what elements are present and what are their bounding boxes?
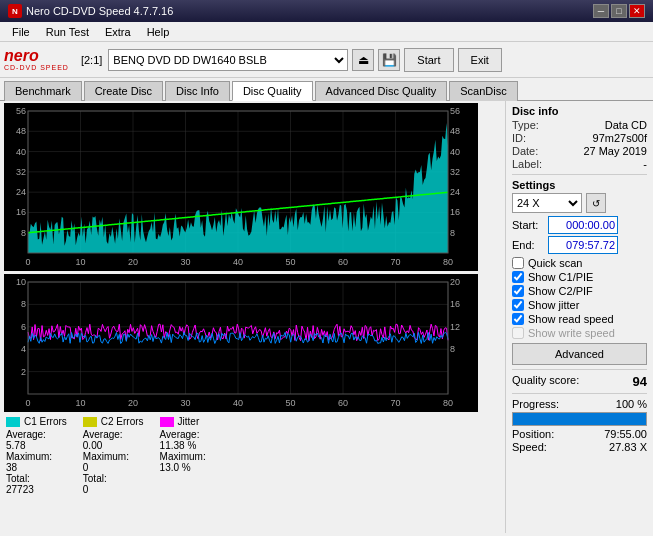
show-write-speed-row: Show write speed [512, 327, 647, 339]
menu-extra[interactable]: Extra [97, 24, 139, 40]
start-input[interactable] [548, 216, 618, 234]
tab-scan-disc[interactable]: ScanDisc [449, 81, 517, 101]
quality-score-value: 94 [633, 374, 647, 389]
divider-1 [512, 174, 647, 175]
disc-date-label: Date: [512, 145, 538, 157]
title-bar: N Nero CD-DVD Speed 4.7.7.16 ─ □ ✕ [0, 0, 653, 22]
menu-file[interactable]: File [4, 24, 38, 40]
legend: C1 Errors Average: 5.78 Maximum: 38 Tota… [4, 412, 503, 495]
speed-row: 24 X Max 4 X 8 X 16 X 32 X 40 X 48 X ↺ [512, 193, 647, 213]
speed-select[interactable]: 24 X Max 4 X 8 X 16 X 32 X 40 X 48 X [512, 193, 582, 213]
disc-id-value: 97m27s00f [593, 132, 647, 144]
close-button[interactable]: ✕ [629, 4, 645, 18]
show-c2-label: Show C2/PIF [528, 285, 593, 297]
app-icon: N [8, 4, 22, 18]
menu-help[interactable]: Help [139, 24, 178, 40]
tab-create-disc[interactable]: Create Disc [84, 81, 163, 101]
position-row: Position: 79:55.00 [512, 428, 647, 440]
right-panel: Disc info Type: Data CD ID: 97m27s00f Da… [505, 101, 653, 533]
position-value: 79:55.00 [604, 428, 647, 440]
start-label: Start: [512, 219, 548, 231]
c1-stats: Average: 5.78 Maximum: 38 Total: 27723 [6, 429, 67, 495]
show-jitter-label: Show jitter [528, 299, 579, 311]
quality-score-label: Quality score: [512, 374, 579, 389]
progress-section: Progress: 100 % Position: 79:55.00 Speed… [512, 398, 647, 453]
quick-scan-row: Quick scan [512, 257, 647, 269]
show-c1-checkbox[interactable] [512, 271, 524, 283]
end-time-row: End: [512, 236, 647, 254]
jitter-stats: Average: 11.38 % Maximum: 13.0 % [160, 429, 206, 473]
tab-benchmark[interactable]: Benchmark [4, 81, 82, 101]
tab-disc-quality[interactable]: Disc Quality [232, 81, 313, 101]
show-jitter-checkbox[interactable] [512, 299, 524, 311]
app-title: Nero CD-DVD Speed 4.7.7.16 [26, 5, 173, 17]
minimize-button[interactable]: ─ [593, 4, 609, 18]
show-read-speed-checkbox[interactable] [512, 313, 524, 325]
tabs-bar: Benchmark Create Disc Disc Info Disc Qua… [0, 78, 653, 101]
checkboxes-section: Quick scan Show C1/PIE Show C2/PIF Show … [512, 257, 647, 339]
disc-info-section: Disc info Type: Data CD ID: 97m27s00f Da… [512, 105, 647, 170]
disc-date-row: Date: 27 May 2019 [512, 145, 647, 157]
disc-type-label: Type: [512, 119, 539, 131]
disc-type-value: Data CD [605, 119, 647, 131]
jitter-color [160, 417, 174, 427]
progress-value: 100 % [616, 398, 647, 410]
exit-button[interactable]: Exit [458, 48, 502, 72]
tab-disc-info[interactable]: Disc Info [165, 81, 230, 101]
c2-stats: Average: 0.00 Maximum: 0 Total: 0 [83, 429, 144, 495]
c2-color [83, 417, 97, 427]
end-label: End: [512, 239, 548, 251]
position-label: Position: [512, 428, 554, 440]
legend-jitter: Jitter Average: 11.38 % Maximum: 13.0 % [160, 416, 206, 495]
eject-button[interactable]: ⏏ [352, 49, 374, 71]
disc-id-label: ID: [512, 132, 526, 144]
drive-select[interactable]: BENQ DVD DD DW1640 BSLB [108, 49, 348, 71]
speed-value: 27.83 X [609, 441, 647, 453]
menu-run-test[interactable]: Run Test [38, 24, 97, 40]
save-button[interactable]: 💾 [378, 49, 400, 71]
quick-scan-checkbox[interactable] [512, 257, 524, 269]
nero-logo-subtitle: CD-DVD SPEED [4, 64, 69, 71]
window-controls[interactable]: ─ □ ✕ [593, 4, 645, 18]
progress-bar-container [512, 412, 647, 426]
c1-average: Average: 5.78 [6, 429, 67, 451]
maximize-button[interactable]: □ [611, 4, 627, 18]
quick-scan-label: Quick scan [528, 257, 582, 269]
end-input[interactable] [548, 236, 618, 254]
menu-bar: File Run Test Extra Help [0, 22, 653, 42]
progress-label: Progress: [512, 398, 559, 410]
jitter-maximum: Maximum: 13.0 % [160, 451, 206, 473]
settings-section: Settings 24 X Max 4 X 8 X 16 X 32 X 40 X… [512, 179, 647, 254]
advanced-button[interactable]: Advanced [512, 343, 647, 365]
tab-advanced-disc-quality[interactable]: Advanced Disc Quality [315, 81, 448, 101]
show-write-speed-checkbox [512, 327, 524, 339]
c2-total: Total: 0 [83, 473, 144, 495]
nero-logo-text: nero [4, 48, 69, 64]
quality-score-row: Quality score: 94 [512, 374, 647, 389]
divider-2 [512, 369, 647, 370]
legend-c1: C1 Errors Average: 5.78 Maximum: 38 Tota… [6, 416, 67, 495]
top-chart [4, 103, 478, 271]
start-time-row: Start: [512, 216, 647, 234]
nero-logo: nero CD-DVD SPEED [4, 48, 69, 71]
disc-label-label: Label: [512, 158, 542, 170]
c2-maximum: Maximum: 0 [83, 451, 144, 473]
top-chart-container [4, 103, 503, 271]
show-read-speed-label: Show read speed [528, 313, 614, 325]
divider-3 [512, 393, 647, 394]
refresh-icon[interactable]: ↺ [586, 193, 606, 213]
show-read-speed-row: Show read speed [512, 313, 647, 325]
c1-maximum: Maximum: 38 [6, 451, 67, 473]
disc-label-value: - [643, 158, 647, 170]
progress-row: Progress: 100 % [512, 398, 647, 410]
settings-title: Settings [512, 179, 647, 191]
start-button[interactable]: Start [404, 48, 453, 72]
c1-color [6, 417, 20, 427]
legend-c2: C2 Errors Average: 0.00 Maximum: 0 Total… [83, 416, 144, 495]
c1-total: Total: 27723 [6, 473, 67, 495]
show-c2-checkbox[interactable] [512, 285, 524, 297]
main-content: C1 Errors Average: 5.78 Maximum: 38 Tota… [0, 101, 653, 533]
drive-label: [2:1] [81, 54, 102, 66]
show-c1-row: Show C1/PIE [512, 271, 647, 283]
jitter-label: Jitter [178, 416, 200, 427]
